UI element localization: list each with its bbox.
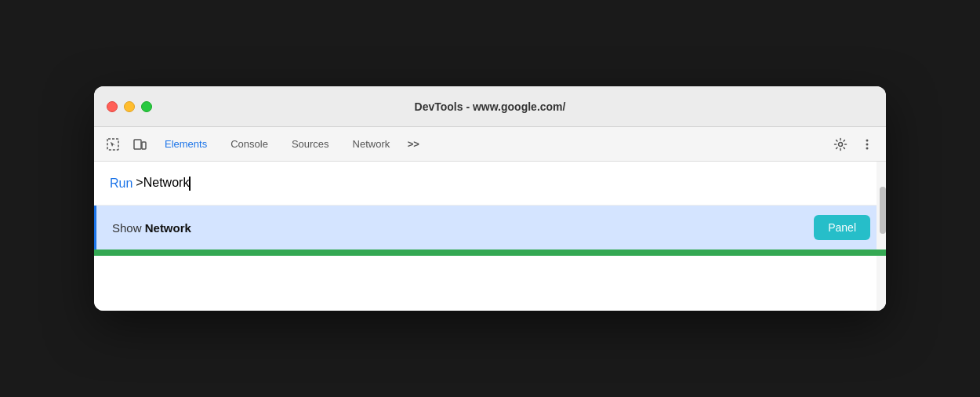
- result-keyword: Network: [145, 221, 191, 235]
- bottom-bar-inner: [94, 249, 886, 256]
- more-tabs-button[interactable]: >>: [402, 133, 424, 155]
- svg-point-6: [866, 147, 869, 149]
- panel-button[interactable]: Panel: [814, 215, 870, 240]
- bottom-accent-bar: [94, 249, 886, 256]
- svg-point-3: [839, 142, 843, 146]
- command-input-value: >Network: [136, 176, 189, 189]
- tabbar: Elements Console Sources Network >>: [94, 127, 886, 162]
- maximize-button[interactable]: [141, 101, 152, 112]
- run-label: Run: [110, 177, 132, 191]
- traffic-lights: [107, 101, 152, 112]
- svg-rect-2: [142, 142, 146, 149]
- svg-point-4: [866, 139, 869, 141]
- tab-console[interactable]: Console: [220, 133, 279, 155]
- settings-icon[interactable]: [828, 132, 853, 157]
- command-input-row[interactable]: Run >Network: [94, 162, 886, 206]
- command-input-text: >Network: [136, 176, 191, 191]
- device-toolbar-icon[interactable]: [127, 132, 152, 157]
- result-row[interactable]: Show Network Panel: [94, 206, 886, 249]
- result-prefix: Show: [112, 221, 145, 235]
- titlebar: DevTools - www.google.com/: [94, 86, 886, 127]
- inspect-element-icon[interactable]: [100, 132, 125, 157]
- minimize-button[interactable]: [124, 101, 135, 112]
- tab-elements[interactable]: Elements: [154, 133, 218, 155]
- tabbar-right-actions: [828, 132, 880, 157]
- tab-sources[interactable]: Sources: [281, 133, 340, 155]
- main-content: Run >Network Show Network Panel: [94, 162, 886, 311]
- close-button[interactable]: [107, 101, 118, 112]
- result-text: Show Network: [112, 221, 814, 235]
- devtools-window: DevTools - www.google.com/ Elements Cons…: [94, 86, 886, 311]
- svg-point-5: [866, 143, 869, 145]
- scrollbar-thumb[interactable]: [880, 187, 886, 234]
- tab-network[interactable]: Network: [342, 133, 401, 155]
- svg-rect-1: [134, 140, 141, 149]
- more-options-icon[interactable]: [855, 132, 880, 157]
- window-title: DevTools - www.google.com/: [415, 100, 566, 113]
- text-cursor: [189, 177, 191, 191]
- scrollbar-track[interactable]: [877, 162, 886, 311]
